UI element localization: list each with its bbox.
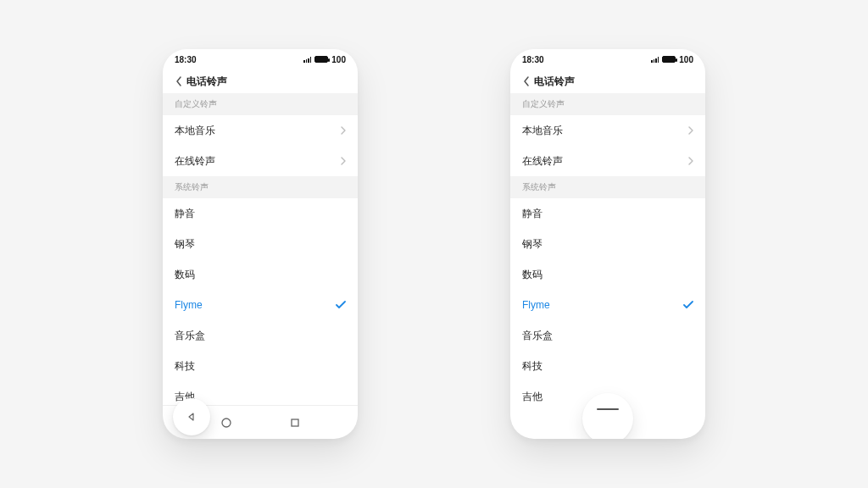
ringtone-option[interactable]: 数码 — [163, 259, 358, 290]
row-label: Flyme — [522, 299, 550, 311]
content-area: 自定义铃声 本地音乐 在线铃声 系统铃声 静音 钢琴 数码 Flyme — [510, 93, 705, 439]
signal-icon — [303, 56, 311, 63]
home-bar-icon — [597, 408, 619, 410]
chevron-right-icon — [688, 126, 693, 135]
ringtone-option[interactable]: 数码 — [510, 259, 705, 290]
row-label: 在线铃声 — [522, 154, 563, 169]
nav-back-button[interactable] — [173, 398, 210, 435]
row-label: Flyme — [175, 299, 203, 311]
section-system: 系统铃声 — [510, 176, 705, 198]
status-right: 100 — [303, 55, 346, 64]
row-online-ringtone[interactable]: 在线铃声 — [163, 146, 358, 176]
row-label: 钢琴 — [522, 237, 542, 252]
signal-icon — [651, 56, 659, 63]
check-icon — [683, 301, 693, 309]
page-header: 电话铃声 — [510, 69, 705, 93]
gesture-home-indicator[interactable] — [582, 393, 633, 439]
row-local-music[interactable]: 本地音乐 — [510, 115, 705, 146]
page-header: 电话铃声 — [163, 69, 358, 93]
row-label: 在线铃声 — [175, 154, 215, 169]
chevron-right-icon — [341, 157, 346, 165]
ringtone-option[interactable]: 科技 — [163, 351, 358, 381]
row-label: 数码 — [175, 268, 195, 282]
ringtone-option[interactable]: 音乐盒 — [510, 320, 705, 351]
ringtone-option[interactable]: 钢琴 — [510, 229, 705, 259]
row-online-ringtone[interactable]: 在线铃声 — [510, 146, 705, 176]
phone-mockup-gesture: 18:30 100 电话铃声 自定义铃声 本地音乐 在线铃声 系统铃声 — [510, 49, 705, 439]
row-label: 本地音乐 — [175, 124, 215, 138]
status-bar: 18:30 100 — [163, 49, 358, 69]
chevron-left-icon — [175, 76, 182, 86]
status-time: 18:30 — [522, 55, 544, 64]
ringtone-option[interactable]: 音乐盒 — [163, 320, 358, 351]
status-battery: 100 — [679, 55, 693, 64]
ringtone-option[interactable]: 静音 — [163, 198, 358, 229]
status-bar: 18:30 100 — [510, 49, 705, 69]
svg-rect-1 — [292, 419, 298, 426]
status-time: 18:30 — [175, 55, 197, 64]
row-label: 本地音乐 — [522, 124, 563, 138]
row-label: 科技 — [175, 359, 195, 374]
back-button[interactable] — [519, 76, 534, 86]
check-icon — [336, 301, 346, 309]
ringtone-option-selected[interactable]: Flyme — [163, 290, 358, 320]
triangle-back-icon — [186, 412, 197, 422]
chevron-right-icon — [341, 126, 346, 135]
section-system: 系统铃声 — [163, 176, 358, 198]
circle-home-icon — [220, 417, 232, 429]
back-button[interactable] — [171, 76, 186, 86]
row-label: 静音 — [522, 207, 542, 221]
section-custom: 自定义铃声 — [163, 93, 358, 115]
ringtone-option[interactable]: 科技 — [510, 351, 705, 381]
row-label: 音乐盒 — [175, 329, 205, 343]
status-battery: 100 — [331, 55, 346, 64]
content-area: 自定义铃声 本地音乐 在线铃声 系统铃声 静音 钢琴 数码 Flyme — [163, 93, 358, 405]
row-label: 吉他 — [522, 390, 542, 404]
section-custom: 自定义铃声 — [510, 93, 705, 115]
page-title: 电话铃声 — [186, 75, 227, 89]
row-label: 音乐盒 — [522, 329, 553, 343]
row-label: 静音 — [175, 207, 195, 221]
row-label: 科技 — [522, 359, 542, 374]
square-recents-icon — [290, 418, 300, 428]
chevron-right-icon — [688, 157, 693, 165]
ringtone-option-selected[interactable]: Flyme — [510, 290, 705, 320]
page-title: 电话铃声 — [534, 75, 575, 89]
battery-icon — [662, 56, 676, 63]
nav-bar-buttons — [163, 405, 358, 439]
chevron-left-icon — [523, 76, 530, 86]
nav-recents-button[interactable] — [290, 418, 300, 428]
row-label: 钢琴 — [175, 237, 195, 252]
row-label: 数码 — [522, 268, 542, 282]
nav-home-button[interactable] — [220, 417, 232, 429]
phone-mockup-buttons: 18:30 100 电话铃声 自定义铃声 本地音乐 在线铃声 系统铃声 — [163, 49, 358, 439]
status-right: 100 — [651, 55, 693, 64]
ringtone-option[interactable]: 钢琴 — [163, 229, 358, 259]
row-local-music[interactable]: 本地音乐 — [163, 115, 358, 146]
battery-icon — [314, 56, 328, 63]
svg-point-0 — [222, 419, 231, 427]
ringtone-option[interactable]: 静音 — [510, 198, 705, 229]
